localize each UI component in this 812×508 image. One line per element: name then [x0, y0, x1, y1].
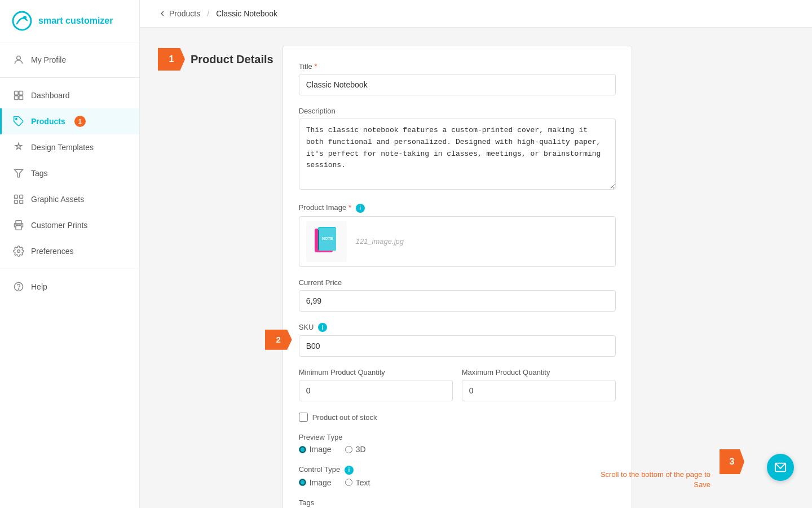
back-button[interactable]: Products	[158, 9, 200, 18]
sidebar-item-dashboard[interactable]: Dashboard	[0, 82, 139, 108]
required-star: *	[314, 62, 317, 71]
breadcrumb-back: Products	[169, 9, 200, 18]
preview-image-radio-item[interactable]: Image	[299, 445, 332, 454]
step1-badge: 1	[158, 48, 185, 71]
control-type-label: Control Type i	[299, 465, 616, 475]
out-of-stock-label[interactable]: Product out of stock	[312, 413, 377, 422]
svg-rect-11	[15, 200, 18, 204]
nav-label-my-profile: My Profile	[31, 55, 66, 64]
user-icon	[13, 54, 24, 65]
step3-badge: 3	[720, 449, 744, 474]
control-type-info-icon[interactable]: i	[345, 466, 354, 475]
logo-area: smart customizer	[0, 0, 139, 42]
tag-icon	[13, 116, 24, 127]
title-input[interactable]	[299, 74, 616, 95]
product-image-info-icon[interactable]: i	[356, 204, 365, 213]
tags-label: Tags	[299, 498, 616, 507]
control-image-radio[interactable]	[299, 479, 306, 486]
current-price-label: Current Price	[299, 278, 616, 287]
svg-point-17	[18, 289, 19, 290]
step1-title: Product Details	[191, 53, 283, 66]
step2-badge: 2	[265, 330, 292, 350]
nav-label-graphic-assets: Graphic Assets	[31, 195, 84, 204]
sidebar-item-tags[interactable]: Tags	[0, 160, 139, 186]
svg-rect-13	[16, 221, 21, 225]
control-image-label: Image	[310, 478, 332, 487]
products-badge: 1	[74, 116, 86, 127]
svg-point-2	[17, 56, 21, 60]
preview-type-label: Preview Type	[299, 433, 616, 441]
design-icon	[13, 142, 24, 153]
description-group: Description This classic notebook featur…	[299, 107, 616, 192]
max-qty-label: Maximum Product Quantity	[462, 368, 616, 376]
main-area: Products / Classic Notebook 1 Product De…	[140, 0, 812, 508]
sidebar-item-design-templates[interactable]: Design Templates	[0, 134, 139, 160]
logo-icon	[11, 10, 33, 32]
tags-group: Tags	[299, 498, 616, 508]
preview-type-radio-group: Image 3D	[299, 445, 616, 454]
quantity-group: Minimum Product Quantity Maximum Product…	[299, 368, 616, 401]
nav-label-dashboard: Dashboard	[31, 91, 70, 100]
out-of-stock-row: Product out of stock	[299, 413, 616, 422]
sidebar-item-graphic-assets[interactable]: Graphic Assets	[0, 186, 139, 212]
sku-info-icon[interactable]: i	[318, 323, 327, 332]
breadcrumb-separator: /	[207, 9, 209, 18]
email-icon	[774, 461, 787, 474]
sidebar-item-products[interactable]: Products 1	[0, 108, 139, 134]
min-qty-input[interactable]	[299, 380, 453, 401]
sidebar-nav: My Profile Dashboard Products 1 Design T…	[0, 42, 139, 508]
nav-label-design-templates: Design Templates	[31, 143, 94, 152]
content-area: 1 Product Details Title * Description	[140, 28, 812, 508]
current-price-input[interactable]	[299, 290, 616, 312]
sku-label: SKU i	[299, 323, 616, 332]
nav-label-help: Help	[31, 282, 47, 291]
svg-text:NOTE: NOTE	[322, 237, 333, 240]
sidebar-item-my-profile[interactable]: My Profile	[0, 47, 139, 73]
svg-rect-10	[20, 195, 23, 199]
image-thumbnail: NOTE	[306, 221, 347, 262]
prints-icon	[13, 220, 24, 231]
email-fab-button[interactable]	[767, 454, 794, 481]
help-icon	[13, 281, 24, 292]
control-text-label: Text	[356, 478, 370, 487]
max-qty-group: Maximum Product Quantity	[462, 368, 616, 401]
assets-icon	[13, 194, 24, 205]
sidebar-item-preferences[interactable]: Preferences	[0, 238, 139, 264]
sidebar-item-customer-prints[interactable]: Customer Prints	[0, 212, 139, 238]
title-group: Title *	[299, 62, 616, 95]
svg-point-7	[16, 119, 17, 120]
out-of-stock-checkbox[interactable]	[299, 413, 308, 422]
svg-rect-12	[20, 200, 23, 204]
sidebar: smart customizer My Profile Dashboard Pr…	[0, 0, 140, 508]
nav-label-preferences: Preferences	[31, 247, 73, 256]
topbar: Products / Classic Notebook	[140, 0, 812, 28]
product-image-label: Product Image * i	[299, 203, 616, 213]
control-text-radio-item[interactable]: Text	[345, 478, 370, 487]
preview-3d-radio[interactable]	[345, 446, 352, 453]
min-qty-group: Minimum Product Quantity	[299, 368, 453, 401]
max-qty-input[interactable]	[462, 380, 616, 401]
svg-rect-5	[15, 96, 19, 100]
sidebar-item-help[interactable]: Help	[0, 274, 139, 300]
preview-3d-radio-item[interactable]: 3D	[345, 445, 366, 454]
nav-label-products: Products	[31, 117, 65, 126]
back-arrow-icon	[158, 9, 167, 18]
preview-image-radio[interactable]	[299, 446, 306, 453]
image-filename: 121_image.jpg	[356, 237, 404, 246]
control-image-radio-item[interactable]: Image	[299, 478, 332, 487]
current-price-group: Current Price	[299, 278, 616, 312]
svg-rect-6	[19, 96, 23, 100]
svg-rect-14	[16, 226, 21, 230]
svg-rect-9	[15, 195, 18, 199]
brand-name: smart customizer	[38, 16, 113, 26]
gear-icon	[13, 246, 24, 257]
preview-3d-label: 3D	[356, 445, 366, 454]
product-form: Title * Description This classic noteboo…	[283, 46, 632, 508]
dashboard-icon	[13, 90, 24, 101]
svg-rect-4	[19, 91, 23, 95]
control-text-radio[interactable]	[345, 479, 352, 486]
image-upload-area[interactable]: NOTE 121_image.jpg	[299, 216, 616, 267]
description-textarea[interactable]: This classic notebook features a custom-…	[299, 119, 616, 190]
sku-input[interactable]	[299, 335, 616, 357]
preview-image-label: Image	[310, 445, 332, 454]
